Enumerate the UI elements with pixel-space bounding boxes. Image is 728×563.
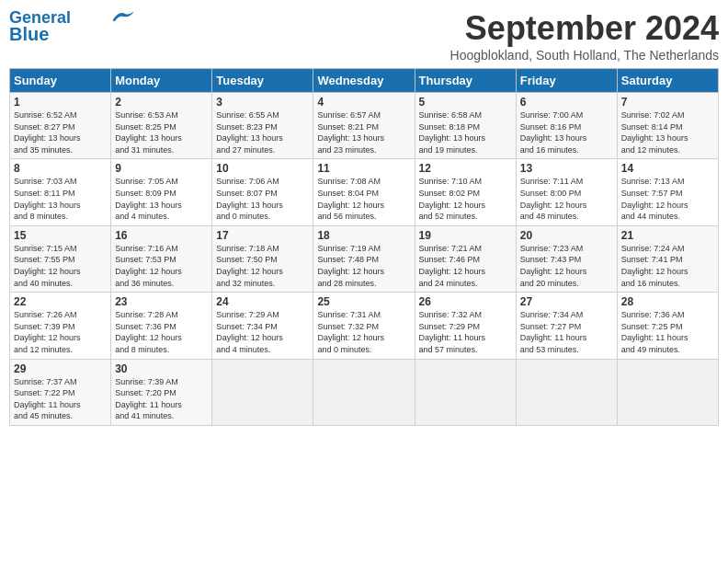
day-number: 2	[115, 96, 208, 109]
day-number: 11	[317, 162, 410, 175]
weekday-header-thursday: Thursday	[415, 69, 516, 93]
day-number: 28	[621, 295, 714, 308]
calendar-cell: 4Sunrise: 6:57 AM Sunset: 8:21 PM Daylig…	[313, 93, 415, 159]
day-info: Sunrise: 7:16 AM Sunset: 7:53 PM Dayligh…	[115, 243, 208, 289]
day-info: Sunrise: 7:24 AM Sunset: 7:41 PM Dayligh…	[621, 243, 714, 289]
day-number: 26	[419, 295, 512, 308]
day-info: Sunrise: 7:19 AM Sunset: 7:48 PM Dayligh…	[317, 243, 410, 289]
calendar-cell	[313, 359, 415, 425]
calendar-cell: 1Sunrise: 6:52 AM Sunset: 8:27 PM Daylig…	[10, 93, 111, 159]
calendar-week-row: 8Sunrise: 7:03 AM Sunset: 8:11 PM Daylig…	[10, 159, 719, 225]
day-number: 20	[520, 229, 613, 242]
day-info: Sunrise: 7:10 AM Sunset: 8:02 PM Dayligh…	[419, 176, 512, 222]
day-info: Sunrise: 7:06 AM Sunset: 8:07 PM Dayligh…	[216, 176, 309, 222]
day-info: Sunrise: 7:36 AM Sunset: 7:25 PM Dayligh…	[621, 309, 714, 355]
day-info: Sunrise: 6:57 AM Sunset: 8:21 PM Dayligh…	[317, 109, 410, 155]
calendar-cell: 25Sunrise: 7:31 AM Sunset: 7:32 PM Dayli…	[313, 293, 415, 359]
day-info: Sunrise: 7:37 AM Sunset: 7:22 PM Dayligh…	[14, 376, 107, 422]
day-info: Sunrise: 7:15 AM Sunset: 7:55 PM Dayligh…	[14, 243, 107, 289]
day-number: 27	[520, 295, 613, 308]
day-info: Sunrise: 7:05 AM Sunset: 8:09 PM Dayligh…	[115, 176, 208, 222]
calendar-cell: 5Sunrise: 6:58 AM Sunset: 8:18 PM Daylig…	[415, 93, 516, 159]
calendar-cell	[617, 359, 718, 425]
calendar-cell: 22Sunrise: 7:26 AM Sunset: 7:39 PM Dayli…	[10, 293, 111, 359]
day-info: Sunrise: 7:26 AM Sunset: 7:39 PM Dayligh…	[14, 309, 107, 355]
day-info: Sunrise: 6:52 AM Sunset: 8:27 PM Dayligh…	[14, 109, 107, 155]
calendar-cell: 15Sunrise: 7:15 AM Sunset: 7:55 PM Dayli…	[10, 225, 111, 292]
day-info: Sunrise: 7:08 AM Sunset: 8:04 PM Dayligh…	[317, 176, 410, 222]
day-number: 29	[14, 362, 107, 375]
day-info: Sunrise: 7:00 AM Sunset: 8:16 PM Dayligh…	[520, 109, 613, 155]
day-number: 10	[216, 162, 309, 175]
day-info: Sunrise: 7:29 AM Sunset: 7:34 PM Dayligh…	[216, 309, 309, 355]
calendar-week-row: 1Sunrise: 6:52 AM Sunset: 8:27 PM Daylig…	[10, 93, 719, 159]
day-info: Sunrise: 7:11 AM Sunset: 8:00 PM Dayligh…	[520, 176, 613, 222]
calendar-cell: 18Sunrise: 7:19 AM Sunset: 7:48 PM Dayli…	[313, 225, 415, 292]
month-title: September 2024	[450, 9, 719, 48]
calendar-cell: 24Sunrise: 7:29 AM Sunset: 7:34 PM Dayli…	[212, 293, 313, 359]
calendar-cell: 9Sunrise: 7:05 AM Sunset: 8:09 PM Daylig…	[111, 159, 212, 225]
weekday-header-friday: Friday	[516, 69, 617, 93]
calendar-cell	[415, 359, 516, 425]
day-number: 16	[115, 229, 208, 242]
calendar-cell: 2Sunrise: 6:53 AM Sunset: 8:25 PM Daylig…	[111, 93, 212, 159]
calendar-cell: 11Sunrise: 7:08 AM Sunset: 8:04 PM Dayli…	[313, 159, 415, 225]
day-info: Sunrise: 6:58 AM Sunset: 8:18 PM Dayligh…	[419, 109, 512, 155]
day-info: Sunrise: 6:55 AM Sunset: 8:23 PM Dayligh…	[216, 109, 309, 155]
title-area: September 2024 Hoogblokland, South Holla…	[450, 9, 719, 63]
day-number: 21	[621, 229, 714, 242]
day-number: 6	[520, 96, 613, 109]
weekday-header-wednesday: Wednesday	[313, 69, 415, 93]
day-number: 7	[621, 96, 714, 109]
calendar-cell: 28Sunrise: 7:36 AM Sunset: 7:25 PM Dayli…	[617, 293, 718, 359]
day-info: Sunrise: 7:31 AM Sunset: 7:32 PM Dayligh…	[317, 309, 410, 355]
calendar-cell: 10Sunrise: 7:06 AM Sunset: 8:07 PM Dayli…	[212, 159, 313, 225]
day-number: 9	[115, 162, 208, 175]
day-number: 12	[419, 162, 512, 175]
day-number: 19	[419, 229, 512, 242]
calendar-cell: 7Sunrise: 7:02 AM Sunset: 8:14 PM Daylig…	[617, 93, 718, 159]
day-number: 17	[216, 229, 309, 242]
day-info: Sunrise: 7:32 AM Sunset: 7:29 PM Dayligh…	[419, 309, 512, 355]
day-info: Sunrise: 7:02 AM Sunset: 8:14 PM Dayligh…	[621, 109, 714, 155]
calendar-cell: 23Sunrise: 7:28 AM Sunset: 7:36 PM Dayli…	[111, 293, 212, 359]
calendar-cell: 16Sunrise: 7:16 AM Sunset: 7:53 PM Dayli…	[111, 225, 212, 292]
day-info: Sunrise: 7:03 AM Sunset: 8:11 PM Dayligh…	[14, 176, 107, 222]
calendar-cell: 14Sunrise: 7:13 AM Sunset: 7:57 PM Dayli…	[617, 159, 718, 225]
day-number: 23	[115, 295, 208, 308]
day-info: Sunrise: 6:53 AM Sunset: 8:25 PM Dayligh…	[115, 109, 208, 155]
calendar-table: SundayMondayTuesdayWednesdayThursdayFrid…	[9, 68, 719, 426]
day-info: Sunrise: 7:23 AM Sunset: 7:43 PM Dayligh…	[520, 243, 613, 289]
calendar-cell: 29Sunrise: 7:37 AM Sunset: 7:22 PM Dayli…	[10, 359, 111, 425]
day-number: 8	[14, 162, 107, 175]
day-number: 18	[317, 229, 410, 242]
calendar-cell: 19Sunrise: 7:21 AM Sunset: 7:46 PM Dayli…	[415, 225, 516, 292]
calendar-week-row: 15Sunrise: 7:15 AM Sunset: 7:55 PM Dayli…	[10, 225, 719, 292]
calendar-cell: 26Sunrise: 7:32 AM Sunset: 7:29 PM Dayli…	[415, 293, 516, 359]
calendar-cell: 21Sunrise: 7:24 AM Sunset: 7:41 PM Dayli…	[617, 225, 718, 292]
calendar-cell: 6Sunrise: 7:00 AM Sunset: 8:16 PM Daylig…	[516, 93, 617, 159]
weekday-header-sunday: Sunday	[10, 69, 111, 93]
calendar-cell: 30Sunrise: 7:39 AM Sunset: 7:20 PM Dayli…	[111, 359, 212, 425]
weekday-header-tuesday: Tuesday	[212, 69, 313, 93]
day-number: 4	[317, 96, 410, 109]
day-number: 30	[115, 362, 208, 375]
day-number: 24	[216, 295, 309, 308]
day-number: 25	[317, 295, 410, 308]
calendar-cell: 27Sunrise: 7:34 AM Sunset: 7:27 PM Dayli…	[516, 293, 617, 359]
weekday-header-saturday: Saturday	[617, 69, 718, 93]
day-number: 1	[14, 96, 107, 109]
day-info: Sunrise: 7:13 AM Sunset: 7:57 PM Dayligh…	[621, 176, 714, 222]
calendar-cell: 17Sunrise: 7:18 AM Sunset: 7:50 PM Dayli…	[212, 225, 313, 292]
day-number: 22	[14, 295, 107, 308]
location-subtitle: Hoogblokland, South Holland, The Netherl…	[450, 48, 719, 63]
day-number: 14	[621, 162, 714, 175]
day-number: 13	[520, 162, 613, 175]
calendar-cell: 3Sunrise: 6:55 AM Sunset: 8:23 PM Daylig…	[212, 93, 313, 159]
logo-bird-icon	[109, 8, 135, 25]
page-header: General Blue September 2024 Hoogblokland…	[9, 9, 719, 63]
calendar-cell: 12Sunrise: 7:10 AM Sunset: 8:02 PM Dayli…	[415, 159, 516, 225]
weekday-header-row: SundayMondayTuesdayWednesdayThursdayFrid…	[10, 69, 719, 93]
day-info: Sunrise: 7:39 AM Sunset: 7:20 PM Dayligh…	[115, 376, 208, 422]
calendar-cell: 8Sunrise: 7:03 AM Sunset: 8:11 PM Daylig…	[10, 159, 111, 225]
